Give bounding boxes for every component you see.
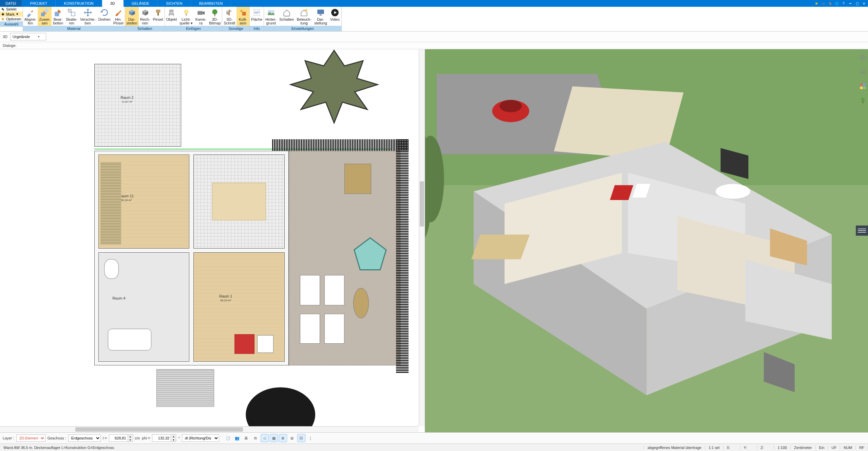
terrain-select[interactable]: Urgelände▾ <box>10 33 46 40</box>
north-icon[interactable]: Ⓝ <box>297 434 305 442</box>
tool-skalieren[interactable]: Skalie-ren <box>64 7 79 26</box>
layer-select[interactable]: 2D-Element <box>16 434 45 442</box>
patio-table <box>344 164 371 194</box>
edit-material-icon <box>54 8 62 17</box>
brush-icon <box>114 8 123 17</box>
l-input-wrap: ▲▼ <box>109 434 133 442</box>
screen-icon[interactable]: ▭ <box>820 1 826 6</box>
grid-icon[interactable]: ⊞ <box>288 434 296 442</box>
dl-select[interactable]: dl (Richtung/Dis <box>182 434 219 442</box>
svg-rect-53 <box>863 101 863 103</box>
menu-projekt[interactable]: PROJEKT <box>22 0 56 7</box>
camera-icon <box>196 8 205 17</box>
tool-flaeche[interactable]: m²Fläche <box>250 7 264 26</box>
geschoss-select[interactable]: Erdgeschoss <box>68 434 101 442</box>
status-sel: 1:1 sel <box>705 446 723 450</box>
svg-rect-48 <box>860 84 863 86</box>
palette-icon[interactable] <box>858 82 867 91</box>
tool-objekt[interactable]: Objekt <box>165 7 178 26</box>
copy-icon[interactable]: ⧉ <box>251 434 260 442</box>
ortho-icon[interactable]: ▦ <box>270 434 278 442</box>
tool-3dbitmap[interactable]: 3D-Bitmap <box>208 7 222 26</box>
scrollbar-vertical[interactable] <box>419 49 425 426</box>
l-unit: cm <box>135 436 140 440</box>
group-label-einstellungen: Einstellungen <box>264 26 341 31</box>
tool-zuweisen[interactable]: Zuwei-sen <box>38 7 52 26</box>
house-shadow-icon <box>282 8 291 17</box>
auswahl-optionen[interactable]: ✚Optionen <box>0 17 23 21</box>
clock-icon[interactable]: 🕒 <box>224 434 232 442</box>
close-icon[interactable]: ✕ <box>861 1 867 6</box>
gear-icon[interactable]: ⚙ <box>827 1 833 6</box>
tool-abgreifen[interactable]: Abgrei-fen <box>23 7 38 26</box>
tool-3dschnitt[interactable]: 3D-Schnitt <box>222 7 237 26</box>
tool-icon[interactable]: ✖ <box>814 1 819 6</box>
mode-bar: 3D Urgelände▾ <box>0 32 868 42</box>
layers-icon[interactable] <box>858 53 867 62</box>
svg-point-52 <box>861 98 865 102</box>
tool-beleuchtung[interactable]: Beleuch-tung <box>295 7 313 26</box>
globe-icon[interactable]: 🌐 <box>834 1 839 6</box>
svg-rect-12 <box>242 12 246 16</box>
snap-icon[interactable]: ◇ <box>261 434 269 442</box>
svg-rect-0 <box>41 13 45 16</box>
ribbon-group-einfuegen: Objekt Licht-quelle ▾ Kame-ra 3D-Bitmap … <box>165 7 223 31</box>
tool-video[interactable]: Video <box>328 7 341 26</box>
phi-input[interactable] <box>152 434 171 442</box>
scale-icon <box>67 8 76 17</box>
menu-3d[interactable]: 3D <box>102 0 124 7</box>
l-spin-up[interactable]: ▲ <box>128 435 133 438</box>
tool-lichtquelle[interactable]: Licht-quelle ▾ <box>178 7 194 26</box>
tool-darstellung[interactable]: Dar-stellung <box>313 7 328 26</box>
svg-point-16 <box>284 16 289 17</box>
dining-table <box>212 183 266 220</box>
layer-icon[interactable]: ≣ <box>279 434 287 442</box>
plant-icon[interactable] <box>858 96 867 105</box>
pane-2d[interactable]: Raum 211,87 m² Raum 1136,18 m² Raum 345,… <box>0 49 425 432</box>
people-icon[interactable]: 👥 <box>233 434 241 442</box>
menu-gelaende[interactable]: GELÄNDE <box>124 0 158 7</box>
patio-chair-4 <box>324 314 344 344</box>
help-icon[interactable]: ? <box>841 1 846 6</box>
print-icon[interactable]: 🖶 <box>242 434 250 442</box>
info-small-icon[interactable]: ¦ <box>306 434 315 442</box>
tool-darstellen[interactable]: Dar-stellen <box>125 7 139 26</box>
tool-kollision[interactable]: Kolli-sion <box>237 7 249 26</box>
svg-marker-22 <box>354 238 386 270</box>
tool-drehen[interactable]: Drehen <box>97 7 112 26</box>
background-icon <box>267 8 276 17</box>
scroll-thumb-v[interactable] <box>420 181 424 227</box>
side-panel-toggle[interactable] <box>856 226 868 236</box>
ribbon-group-auswahl: ⬉Selekt ✚Mark.▾ ✚Optionen Auswahl <box>0 7 23 31</box>
tool-kamera[interactable]: Kame-ra <box>194 7 208 26</box>
tool-bearbeiten[interactable]: Bear-beiten <box>52 7 64 26</box>
phi-spin-down[interactable]: ▼ <box>171 438 176 441</box>
pane-3d[interactable] <box>425 49 868 432</box>
view-3d[interactable] <box>425 49 868 432</box>
phi-spin-up[interactable]: ▲ <box>171 435 176 438</box>
tool-hinpinsel[interactable]: Hin.Pinsel <box>112 7 125 26</box>
tool-verschieben[interactable]: Verschie-ben <box>79 7 97 26</box>
ribbon: ⬉Selekt ✚Mark.▾ ✚Optionen Auswahl Abgrei… <box>0 7 868 32</box>
tool-pinsel[interactable]: Pinsel <box>152 7 165 26</box>
menu-sichten[interactable]: SICHTEN <box>158 0 191 7</box>
auswahl-mark[interactable]: ✚Mark.▾ <box>0 12 23 17</box>
ribbon-group-sonstige: 3D-Schnitt Kolli-sion Sonstige <box>222 7 250 31</box>
menu-konstruktion[interactable]: KONSTRUKTION <box>56 0 102 7</box>
l-label: l = <box>103 436 107 440</box>
l-input[interactable] <box>109 434 128 442</box>
furniture-icon[interactable] <box>858 68 867 76</box>
tool-hintergrund[interactable]: Hinter-grund <box>264 7 278 26</box>
l-spin-down[interactable]: ▼ <box>128 438 133 441</box>
scrollbar-horizontal[interactable] <box>0 426 419 432</box>
tool-schatten[interactable]: Schatten <box>278 7 295 26</box>
toilet <box>104 259 119 279</box>
auswahl-selekt[interactable]: ⬉Selekt <box>0 7 23 12</box>
menu-datei[interactable]: DATEI <box>0 0 22 7</box>
scroll-thumb-h[interactable] <box>75 427 243 432</box>
maximize-icon[interactable]: ▢ <box>854 1 860 6</box>
minimize-icon[interactable]: ━ <box>848 1 853 6</box>
tool-rechnen[interactable]: Rech-nen <box>139 7 152 26</box>
menu-bearbeiten[interactable]: BEARBEITEN <box>191 0 231 7</box>
bathtub <box>108 329 151 350</box>
